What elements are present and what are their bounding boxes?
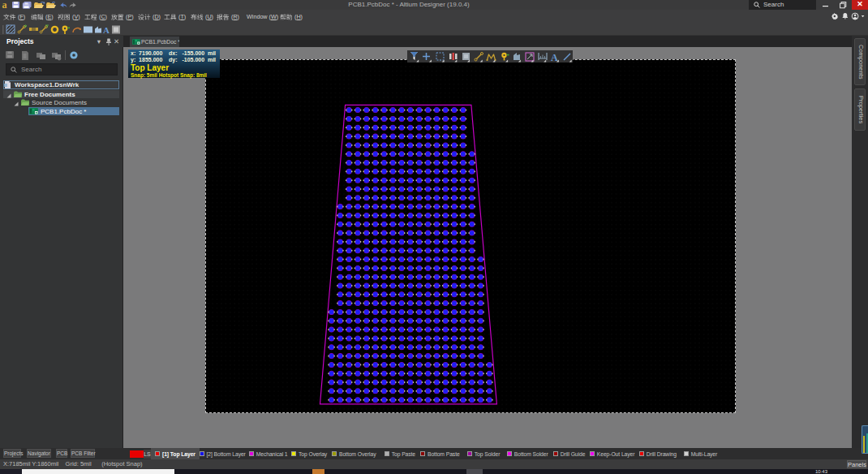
svg-text:A: A xyxy=(551,52,558,62)
svg-text:a: a xyxy=(2,1,7,9)
svg-text:A: A xyxy=(103,25,110,35)
